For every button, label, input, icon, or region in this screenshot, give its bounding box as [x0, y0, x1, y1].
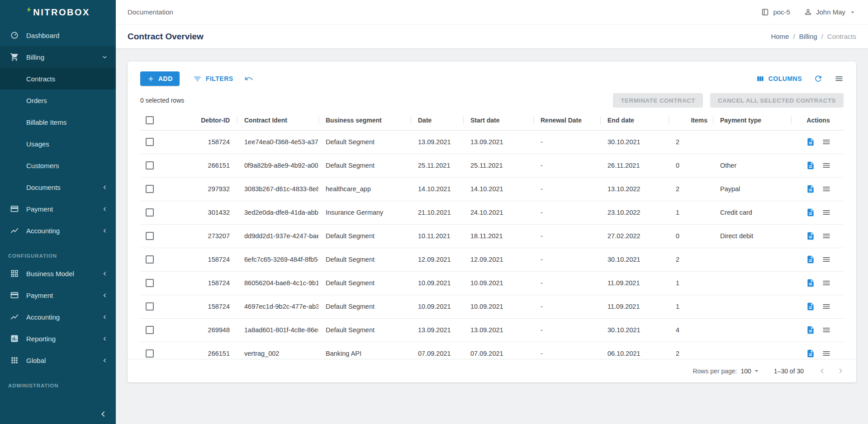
column-header-items[interactable]: Items — [669, 110, 713, 130]
cell-business_segment: Default Segment — [318, 271, 411, 295]
row-checkbox[interactable] — [146, 161, 154, 170]
previous-page-button[interactable] — [817, 366, 827, 376]
sidebar-item-contracts[interactable]: Contracts — [0, 68, 116, 90]
cell-date: 13.09.2021 — [411, 318, 463, 342]
breadcrumb-home[interactable]: Home — [771, 33, 789, 40]
cell-renewal_date: - — [533, 154, 600, 177]
sidebar-item-dashboard[interactable]: Dashboard — [0, 24, 116, 46]
column-header-contract_ident[interactable]: Contract Ident — [237, 110, 318, 130]
contract-document-button[interactable] — [806, 325, 815, 334]
row-menu-button[interactable] — [822, 184, 831, 193]
cancel-all-selected-button[interactable]: CANCEL ALL SELECTED CONTRACTS — [710, 93, 844, 108]
row-checkbox[interactable] — [146, 208, 154, 217]
cell-business_segment: Banking API — [318, 342, 411, 359]
contract-document-button[interactable] — [806, 208, 815, 217]
cell-business_segment: healthcare_app — [318, 177, 411, 201]
documentation-link[interactable]: Documentation — [128, 8, 173, 16]
sidebar-item-usages[interactable]: Usages — [0, 133, 116, 155]
row-menu-button[interactable] — [822, 302, 831, 311]
column-header-payment_type[interactable]: Payment type — [713, 110, 791, 130]
cell-payment_type: Credit card — [713, 201, 791, 224]
sidebar-item-reporting[interactable]: Reporting — [0, 328, 116, 349]
sidebar-item-documents[interactable]: Documents — [0, 176, 116, 198]
sidebar-item-payment[interactable]: Payment — [0, 284, 116, 306]
row-menu-button[interactable] — [822, 255, 831, 264]
reset-filters-button[interactable] — [244, 74, 253, 83]
row-menu-button[interactable] — [822, 161, 831, 170]
dashboard-icon — [10, 31, 19, 40]
contract-document-button[interactable] — [806, 278, 815, 287]
row-checkbox[interactable] — [146, 279, 154, 287]
chevron-left-icon — [101, 227, 109, 235]
add-contract-button[interactable]: ADD — [140, 71, 180, 86]
row-menu-button[interactable] — [822, 231, 831, 240]
bulk-actions: TERMINATE CONTRACT CANCEL ALL SELECTED C… — [613, 93, 844, 108]
sidebar-collapse-button[interactable] — [98, 409, 109, 419]
filters-button[interactable]: FILTERS — [193, 75, 233, 83]
terminate-contract-button[interactable]: TERMINATE CONTRACT — [613, 93, 702, 108]
rows-per-page-select[interactable]: 100 — [740, 367, 760, 375]
sidebar-item-accounting[interactable]: Accounting — [0, 220, 116, 241]
document-icon — [806, 184, 815, 193]
next-page-button[interactable] — [836, 366, 845, 376]
contract-document-button[interactable] — [806, 184, 815, 193]
workspace-selector[interactable]: poc-5 — [761, 8, 790, 16]
reporting-icon — [10, 334, 19, 343]
select-all-checkbox[interactable] — [146, 116, 154, 124]
breadcrumb-separator: / — [821, 33, 823, 40]
refresh-button[interactable] — [814, 74, 823, 83]
cell-debtor_id: 158724 — [169, 295, 237, 318]
contract-document-button[interactable] — [806, 161, 815, 170]
row-menu-button[interactable] — [822, 349, 831, 358]
contract-document-button[interactable] — [806, 137, 815, 146]
page-title: Contract Overview — [128, 32, 204, 42]
contract-document-button[interactable] — [806, 255, 815, 264]
cell-date: 10.09.2021 — [411, 295, 463, 318]
row-checkbox[interactable] — [146, 255, 154, 264]
cell-contract_ident: dd9dd2d1-937e-4247-baee — [237, 224, 318, 248]
contract-document-button[interactable] — [806, 349, 815, 358]
chevron-left-icon — [101, 270, 109, 278]
menu-lines-icon — [822, 325, 831, 334]
rows-per-page-label: Rows per page: — [693, 367, 737, 375]
row-checkbox[interactable] — [146, 326, 154, 334]
contracts-table: Debtor-IDContract IdentBusiness segmentD… — [140, 110, 844, 359]
sidebar-item-orders[interactable]: Orders — [0, 90, 116, 111]
cell-contract_ident: 1a8ad601-801f-4c8e-86e8- — [237, 318, 318, 342]
row-menu-button[interactable] — [822, 137, 831, 146]
sidebar-item-global[interactable]: Global — [0, 349, 116, 371]
selected-rows-count: 0 selected rows — [140, 97, 184, 104]
sidebar-item-accounting[interactable]: Accounting — [0, 306, 116, 328]
global-icon — [10, 356, 19, 365]
row-menu-button[interactable] — [822, 278, 831, 287]
columns-button[interactable]: COLUMNS — [756, 75, 802, 83]
table-row: 273207dd9dd2d1-937e-4247-baeeDefault Seg… — [140, 224, 844, 248]
chevron-left-icon — [101, 357, 109, 364]
column-header-end_date[interactable]: End date — [600, 110, 669, 130]
sidebar-item-billing[interactable]: Billing — [0, 46, 116, 68]
density-button[interactable] — [835, 74, 844, 83]
row-checkbox[interactable] — [146, 138, 154, 146]
sidebar-item-business-model[interactable]: Business Model — [0, 263, 116, 284]
column-header-debtor_id[interactable]: Debtor-ID — [169, 110, 237, 130]
sidebar-item-billable-items[interactable]: Billable Items — [0, 111, 116, 133]
column-header-date[interactable]: Date — [411, 110, 463, 130]
chevron-left-icon — [101, 313, 109, 321]
row-checkbox[interactable] — [146, 232, 154, 240]
row-menu-button[interactable] — [822, 208, 831, 217]
breadcrumb-billing[interactable]: Billing — [799, 33, 817, 40]
contract-document-button[interactable] — [806, 302, 815, 311]
column-header-renewal_date[interactable]: Renewal Date — [533, 110, 600, 130]
row-menu-button[interactable] — [822, 325, 831, 334]
column-header-actions[interactable]: Actions — [791, 110, 844, 130]
user-menu[interactable]: John May — [804, 8, 856, 16]
row-checkbox[interactable] — [146, 185, 154, 193]
contract-document-button[interactable] — [806, 231, 815, 240]
sidebar-item-payment[interactable]: Payment — [0, 198, 116, 220]
column-header-start_date[interactable]: Start date — [463, 110, 533, 130]
row-checkbox[interactable] — [146, 349, 154, 358]
undo-icon — [244, 74, 253, 83]
sidebar-item-customers[interactable]: Customers — [0, 155, 116, 176]
row-checkbox[interactable] — [146, 302, 154, 311]
column-header-business_segment[interactable]: Business segment — [318, 110, 411, 130]
